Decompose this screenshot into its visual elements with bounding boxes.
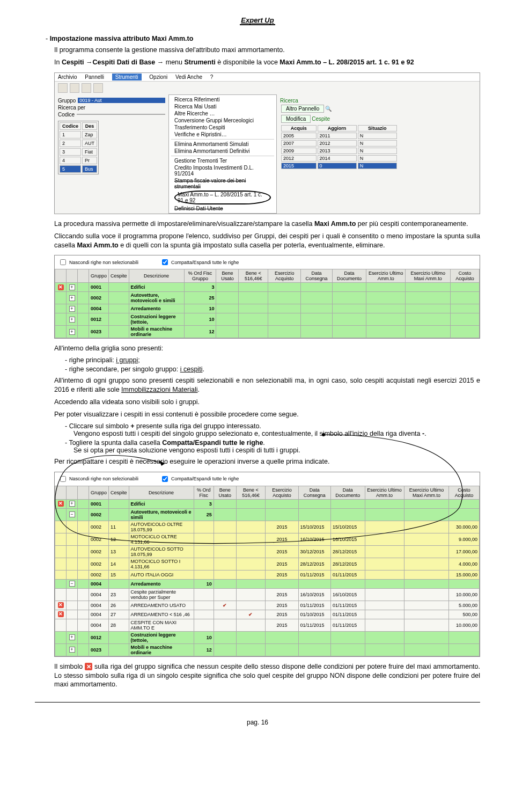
ricerca-link[interactable]: Ricerca: [280, 98, 398, 104]
gruppo-dropdown[interactable]: 0019 - Aut: [78, 98, 165, 103]
menubar[interactable]: Archivio Pannelli Strumenti Opzioni Vedi…: [55, 73, 480, 82]
paragraph: Il simbolo ✕ sulla riga del gruppo signi…: [54, 662, 480, 690]
chk-compatta[interactable]: Compatta/Espandi tutte le righe: [160, 474, 239, 484]
paragraph: Per poter visualizzare i cespiti in essi…: [54, 410, 480, 419]
menu-maxi-ammto[interactable]: Maxi Amm.to – L. 208/2015 art. 1 c. 91 e…: [169, 190, 276, 205]
section-title: Impostazione massiva attributo Maxi Amm.…: [50, 35, 194, 42]
chk-nascondi[interactable]: Nascondi righe non selezionabili: [58, 258, 138, 267]
paragraph: Il programma consente la gestione massiv…: [54, 46, 480, 55]
toolbar-icon[interactable]: [70, 83, 79, 93]
doc-header: Expert Up: [35, 16, 480, 24]
grid-table: GruppoCespiteDescrizione% Ord Fisc Grupp…: [55, 269, 480, 338]
ricerca-label: Ricerca per: [58, 105, 85, 111]
menu-strumenti[interactable]: Strumenti: [112, 74, 142, 81]
paragraph: In CespitiCespiti Dati di Base menu Stru…: [54, 58, 480, 67]
paragraph: Accedendo alla videata sono visibili sol…: [54, 398, 480, 407]
gruppo-label: Gruppo: [58, 98, 76, 104]
codice-table: CodiceDes 1Zap 2AUT 3Fiat 4Pr 5Bus: [58, 121, 99, 174]
codice-label: Codice: [58, 112, 75, 118]
grid-table: GruppoCespiteDescrizione% Ord FiscBene U…: [55, 486, 480, 656]
paragraph: All'interno della griglia sono presenti:: [54, 344, 480, 353]
screenshot-menu: Archivio Pannelli Strumenti Opzioni Vedi…: [54, 72, 480, 214]
paragraph: Cliccando sulla voce il programma propon…: [54, 232, 480, 250]
chk-compatta[interactable]: Compatta/Espandi tutte le righe: [160, 258, 239, 267]
paragraph: Per ricompattare i cespiti è necessario …: [54, 457, 480, 466]
toolbar-icon[interactable]: [93, 83, 103, 93]
paragraph: All'interno di ogni gruppo sono presenti…: [54, 376, 480, 394]
acquis-table: AcquisAggiornSituazio 20052011N 20072012…: [280, 124, 398, 170]
altro-pannello-button[interactable]: Altro Pannello: [281, 105, 324, 113]
chk-nascondi[interactable]: Nascondi righe non selezionabili: [58, 474, 138, 484]
dropdown-menu: Ricerca Riferimenti Ricerca Mai Usati Al…: [168, 94, 277, 214]
page-number: pag. 16: [35, 702, 480, 726]
grid-compact: Nascondi righe non selezionabili Compatt…: [54, 255, 480, 339]
grid-expanded: Nascondi righe non selezionabili Compatt…: [54, 472, 480, 657]
paragraph: La procedura massiva permette di imposta…: [54, 220, 480, 229]
modifica-button[interactable]: Modifica: [281, 115, 311, 123]
toolbar-icon[interactable]: [82, 83, 91, 93]
toolbar-icon[interactable]: [58, 83, 68, 93]
x-icon: ✕: [85, 663, 92, 670]
